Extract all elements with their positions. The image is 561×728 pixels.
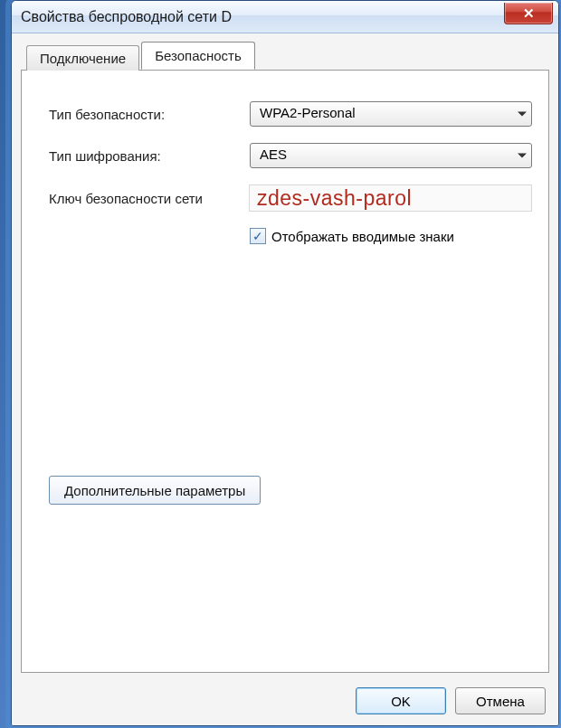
combo-security-type[interactable]: WPA2-Personal <box>250 101 532 127</box>
combo-security-type-value: WPA2-Personal <box>250 101 532 127</box>
tab-connection[interactable]: Подключение <box>26 45 139 71</box>
title-bar[interactable]: Свойства беспроводной сети D ✕ <box>12 1 558 33</box>
dialog-window: Свойства беспроводной сети D ✕ Подключен… <box>11 0 559 726</box>
ok-button[interactable]: OK <box>356 687 446 714</box>
cancel-button[interactable]: Отмена <box>455 687 546 714</box>
tab-page-security: Тип безопасности: WPA2-Personal Тип шифр… <box>21 70 549 673</box>
close-icon: ✕ <box>523 6 535 20</box>
input-network-key[interactable] <box>249 184 532 212</box>
label-encryption: Тип шифрования: <box>49 148 250 164</box>
row-network-key: Ключ безопасности сети <box>49 184 532 212</box>
dialog-button-row: OK Отмена <box>356 687 546 714</box>
combo-encryption[interactable]: AES <box>250 143 532 168</box>
row-encryption: Тип шифрования: AES <box>49 143 532 168</box>
advanced-settings-button[interactable]: Дополнительные параметры <box>49 476 261 505</box>
tab-strip: Подключение Безопасность <box>26 43 549 70</box>
combo-encryption-value: AES <box>250 143 532 168</box>
label-show-chars[interactable]: Отображать вводимые знаки <box>271 229 454 244</box>
close-button[interactable]: ✕ <box>504 3 553 24</box>
row-security-type: Тип безопасности: WPA2-Personal <box>49 101 532 127</box>
label-security-type: Тип безопасности: <box>49 107 250 122</box>
client-area: Подключение Безопасность Тип безопасност… <box>12 33 558 725</box>
row-show-chars: ✓ Отображать вводимые знаки <box>250 228 532 244</box>
checkbox-show-chars[interactable]: ✓ <box>250 228 266 244</box>
tab-security[interactable]: Безопасность <box>141 42 255 70</box>
window-title: Свойства беспроводной сети D <box>21 9 232 25</box>
label-network-key: Ключ безопасности сети <box>49 191 249 206</box>
